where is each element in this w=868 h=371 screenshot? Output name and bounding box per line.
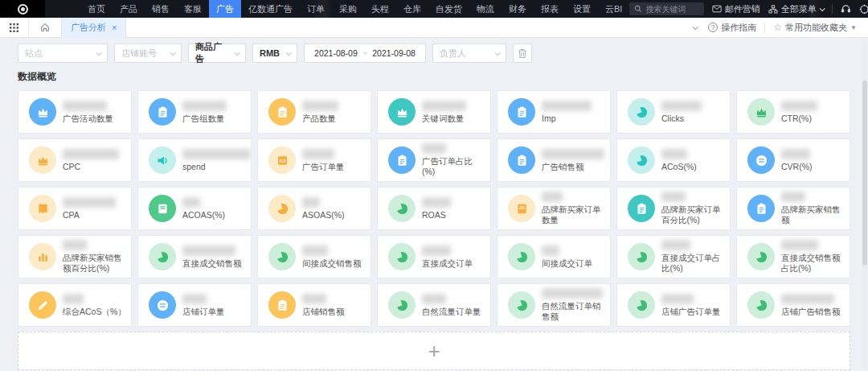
- pie-icon: [628, 146, 655, 174]
- shop-select-placeholder: 店铺账号: [121, 47, 157, 60]
- tab-ad-analysis[interactable]: 广告分析 ×: [61, 18, 126, 38]
- metric-label: 品牌新买家销售额: [781, 204, 845, 225]
- metric-label: 间接成交订单: [542, 258, 592, 269]
- metric-card[interactable]: Clicks: [616, 90, 731, 134]
- metric-label: 直接成交订单: [422, 258, 473, 269]
- metric-card[interactable]: 广告订单占比(%): [377, 138, 491, 182]
- nav-item-订单[interactable]: 订单: [300, 0, 332, 18]
- nav-item-报表[interactable]: 报表: [534, 0, 566, 18]
- currency-select[interactable]: RMB: [252, 43, 297, 63]
- target-icon[interactable]: [859, 4, 868, 14]
- app-logo[interactable]: [0, 0, 45, 18]
- headset-icon[interactable]: [841, 4, 851, 14]
- mail-marketing-label: 邮件营销: [725, 3, 760, 15]
- home-tab-button[interactable]: [28, 18, 61, 38]
- scrollbar-track[interactable]: [862, 39, 867, 369]
- metric-card[interactable]: 自然流量订单销售额: [497, 283, 611, 327]
- metric-card[interactable]: 间接成交订单: [497, 235, 611, 278]
- search-input[interactable]: [645, 5, 698, 14]
- nav-item-头程[interactable]: 头程: [364, 0, 396, 18]
- global-search[interactable]: [629, 2, 703, 15]
- metric-card[interactable]: 品牌新买家销售额: [736, 187, 850, 230]
- nav-item-首页[interactable]: 首页: [80, 0, 113, 18]
- metric-card[interactable]: 店铺广告订单量: [616, 283, 731, 327]
- nav-item-采购[interactable]: 采购: [332, 0, 364, 18]
- nav-item-自发货[interactable]: 自发货: [428, 0, 469, 18]
- nav-item-财务[interactable]: 财务: [502, 0, 534, 18]
- metric-card[interactable]: spend: [137, 138, 252, 182]
- nav-item-物流[interactable]: 物流: [469, 0, 502, 18]
- metric-card[interactable]: CPA: [18, 187, 132, 230]
- metric-label: ACOAS(%): [182, 210, 225, 221]
- top-nav-bar: 首页产品销售客服广告亿数通广告订单采购头程仓库自发货物流财务报表设置云BI 邮件…: [0, 0, 868, 18]
- owner-select[interactable]: 负责人: [432, 43, 506, 63]
- all-menu-label: 全部菜单: [781, 3, 817, 15]
- metric-value-redacted: [182, 245, 235, 256]
- metric-card[interactable]: 直接成交订单: [377, 235, 491, 278]
- apps-grid-icon[interactable]: [10, 23, 18, 32]
- metric-card[interactable]: ASOAS(%): [257, 187, 371, 230]
- site-select[interactable]: 站点: [18, 43, 108, 63]
- all-menu-button[interactable]: 全部菜单: [768, 3, 824, 15]
- nav-item-仓库[interactable]: 仓库: [396, 0, 428, 18]
- metric-value-redacted: [542, 101, 592, 111]
- nav-item-广告[interactable]: 广告: [209, 0, 241, 18]
- metric-card[interactable]: CTR(%): [736, 90, 850, 134]
- mail-marketing-link[interactable]: 邮件营销: [712, 3, 760, 15]
- metric-card[interactable]: 关键词数量: [377, 90, 491, 134]
- metric-card[interactable]: 店铺广告销售额: [736, 283, 850, 327]
- metric-value-redacted: [422, 294, 446, 304]
- metric-card[interactable]: 店铺订单量: [137, 283, 252, 327]
- metric-card[interactable]: 直接成交销售额: [137, 235, 252, 278]
- metric-card[interactable]: ACOAS(%): [137, 187, 252, 230]
- guide-link[interactable]: ? 操作指南: [708, 22, 756, 34]
- add-metric-card[interactable]: +: [18, 332, 850, 370]
- metric-card[interactable]: AD 广告订单量: [257, 138, 371, 182]
- metric-card[interactable]: 品牌新买家销售额百分比(%): [18, 235, 132, 278]
- metric-card[interactable]: 间接成交销售额: [257, 235, 371, 278]
- scrollbar-thumb[interactable]: [862, 80, 867, 266]
- metric-card[interactable]: ACoS(%): [616, 138, 731, 182]
- date-range-picker[interactable]: 2021-08-09 ~ 2021-09-08: [304, 43, 426, 63]
- nav-item-客服[interactable]: 客服: [177, 0, 209, 18]
- metric-card[interactable]: 广告销售额: [497, 138, 611, 182]
- shop-account-select[interactable]: 店铺账号: [114, 43, 182, 63]
- pie-icon: [268, 243, 296, 270]
- metric-value-redacted: [661, 192, 686, 202]
- section-title: 数据概览: [18, 70, 850, 84]
- close-icon[interactable]: ×: [112, 23, 117, 32]
- clipboard-icon: [747, 195, 775, 222]
- metric-card[interactable]: 品牌新买家订单数量: [497, 187, 611, 230]
- metric-label: 广告活动数量: [63, 113, 113, 124]
- metric-card[interactable]: CVR(%): [736, 138, 850, 182]
- crown-icon: [29, 146, 56, 174]
- metric-label: 店铺广告订单量: [661, 307, 721, 317]
- nav-item-设置[interactable]: 设置: [566, 0, 598, 18]
- collapse-chevron-icon[interactable]: [693, 24, 698, 30]
- favorites-menu[interactable]: ☆ 常用功能收藏夹 ▼: [773, 22, 857, 34]
- nav-item-云BI[interactable]: 云BI: [598, 0, 629, 18]
- ad-type-select[interactable]: 商品广告: [188, 43, 246, 63]
- metric-card[interactable]: 直接成交订单占比(%): [616, 235, 731, 278]
- metric-label: Imp: [542, 113, 592, 124]
- metric-value-redacted: [542, 192, 563, 202]
- nav-item-产品[interactable]: 产品: [113, 0, 145, 18]
- nav-item-亿数通广告[interactable]: 亿数通广告: [241, 0, 300, 18]
- metric-card[interactable]: CPC: [18, 138, 132, 182]
- metric-card[interactable]: 广告活动数量: [18, 90, 132, 134]
- metric-label: 广告订单占比(%): [422, 156, 485, 176]
- chevron-down-icon: [819, 6, 825, 11]
- nav-item-销售[interactable]: 销售: [145, 0, 177, 18]
- metric-card[interactable]: 产品数量: [257, 90, 371, 134]
- metric-card[interactable]: 综合ACoS（%）: [18, 283, 132, 327]
- metric-card[interactable]: ROAS: [377, 187, 491, 230]
- metric-card[interactable]: 品牌新买家订单百分比(%): [616, 187, 731, 230]
- metric-value-redacted: [182, 149, 251, 159]
- metric-card[interactable]: 店铺销售额: [257, 283, 371, 327]
- metric-card[interactable]: 广告组数量: [137, 90, 252, 134]
- clear-filters-button[interactable]: [513, 43, 532, 63]
- metric-card[interactable]: Imp: [497, 90, 611, 134]
- metric-card[interactable]: 直接成交销售额占比(%): [736, 235, 850, 278]
- metric-label: CVR(%): [781, 162, 813, 172]
- metric-card[interactable]: 自然流量订单量: [377, 283, 491, 327]
